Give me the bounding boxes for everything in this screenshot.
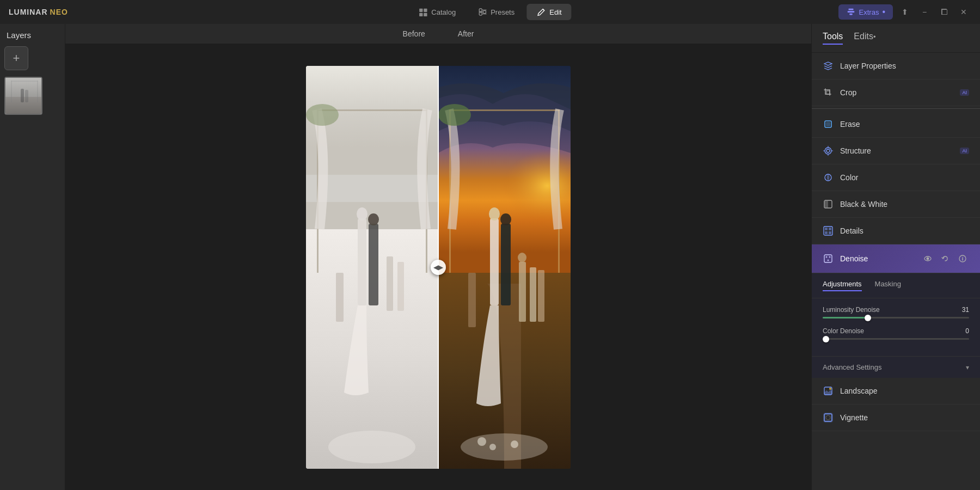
- svg-point-41: [438, 104, 471, 126]
- svg-point-82: [829, 388, 831, 390]
- extras-dot: •: [882, 7, 885, 17]
- svg-rect-16: [25, 90, 28, 102]
- luminosity-thumb[interactable]: [865, 315, 871, 321]
- svg-point-30: [368, 213, 379, 225]
- add-layer-button[interactable]: +: [4, 46, 28, 70]
- svg-point-34: [328, 431, 415, 463]
- share-button[interactable]: ⬆: [897, 4, 912, 20]
- svg-point-43: [489, 207, 500, 220]
- crop-icon: [823, 87, 834, 98]
- denoise-undo-btn[interactable]: [939, 252, 952, 265]
- advanced-settings[interactable]: Advanced Settings ▾: [812, 356, 980, 378]
- close-button[interactable]: ✕: [956, 4, 971, 20]
- svg-point-73: [826, 256, 828, 258]
- chevron-down-icon: ▾: [966, 364, 969, 371]
- details-icon: [823, 225, 834, 236]
- svg-rect-72: [824, 255, 832, 262]
- svg-point-26: [306, 104, 339, 126]
- black-white-icon: [823, 199, 834, 210]
- svg-rect-42: [490, 218, 499, 305]
- crop-ai-badge: AI: [960, 89, 969, 96]
- app-logo: LUMINAR NEO: [9, 8, 68, 16]
- tools-panel: Tools Edits• Layer Properties: [811, 24, 980, 490]
- landscape-icon: [823, 385, 834, 396]
- denoise-tabs: Adjustments Masking: [812, 273, 980, 298]
- svg-point-51: [461, 433, 548, 461]
- luminosity-fill: [823, 317, 868, 318]
- layer-thumb-image: [5, 78, 41, 114]
- tool-erase[interactable]: Erase: [812, 111, 980, 138]
- nav-edit[interactable]: Edit: [526, 4, 571, 20]
- svg-rect-18: [37, 81, 38, 102]
- maximize-button[interactable]: ⧠: [936, 4, 952, 20]
- minimize-button[interactable]: −: [917, 4, 932, 20]
- before-image: [306, 66, 438, 469]
- layers-panel: Layers +: [0, 24, 65, 490]
- tool-erase-label: Erase: [840, 120, 969, 128]
- denoise-tab-masking[interactable]: Masking: [875, 280, 901, 291]
- main-content: Layers +: [0, 24, 980, 490]
- svg-point-6: [479, 13, 482, 15]
- nav-tabs: Catalog Presets Edit: [408, 4, 571, 20]
- color-icon: [823, 172, 834, 183]
- tool-layer-properties[interactable]: Layer Properties: [812, 53, 980, 79]
- tool-structure-label: Structure: [840, 146, 952, 155]
- split-handle[interactable]: ◀▶: [431, 260, 446, 275]
- svg-rect-13: [5, 78, 42, 115]
- tool-details-label: Details: [840, 226, 969, 235]
- svg-rect-11: [849, 14, 852, 15]
- after-label: After: [458, 29, 474, 38]
- svg-rect-66: [824, 200, 828, 208]
- slider-section: Luminosity Denoise 31 Color Denoise 0: [812, 298, 980, 356]
- color-denoise-thumb[interactable]: [823, 336, 829, 342]
- svg-point-59: [826, 149, 830, 152]
- tool-denoise[interactable]: Denoise: [812, 244, 980, 273]
- tool-black-white-label: Black & White: [840, 200, 969, 209]
- tool-layer-properties-label: Layer Properties: [840, 62, 969, 70]
- svg-rect-14: [5, 97, 42, 115]
- tool-crop[interactable]: Crop AI: [812, 79, 980, 106]
- svg-rect-85: [824, 414, 832, 421]
- vignette-icon: [823, 412, 834, 423]
- svg-point-74: [829, 256, 831, 258]
- tool-structure[interactable]: Structure AI: [812, 138, 980, 164]
- logo-neo: NEO: [50, 8, 68, 16]
- svg-rect-32: [397, 262, 404, 311]
- svg-rect-12: [848, 9, 853, 10]
- denoise-tab-adjustments[interactable]: Adjustments: [823, 280, 862, 291]
- nav-presets[interactable]: Presets: [468, 4, 524, 20]
- denoise-icon: [823, 253, 834, 264]
- titlebar: LUMINAR NEO Catalog Presets: [0, 0, 980, 24]
- nav-catalog[interactable]: Catalog: [408, 4, 465, 20]
- logo-luminar: LUMINAR: [9, 8, 48, 16]
- layer-thumbnail[interactable]: [4, 77, 42, 115]
- svg-rect-17: [11, 81, 12, 102]
- tool-black-white[interactable]: Black & White: [812, 191, 980, 218]
- svg-rect-27: [358, 218, 366, 305]
- titlebar-right: Extras • ⬆ − ⧠ ✕: [838, 4, 971, 20]
- svg-rect-15: [21, 89, 24, 102]
- svg-rect-19: [11, 81, 38, 82]
- denoise-visibility-btn[interactable]: [921, 252, 934, 265]
- svg-point-45: [500, 213, 511, 225]
- svg-rect-3: [424, 13, 427, 16]
- tab-tools[interactable]: Tools: [823, 32, 843, 45]
- tool-landscape[interactable]: Landscape: [812, 378, 980, 405]
- tab-edits[interactable]: Edits•: [854, 32, 875, 45]
- tool-denoise-label: Denoise: [840, 254, 915, 263]
- svg-point-4: [479, 9, 482, 11]
- denoise-info-btn[interactable]: [956, 252, 969, 265]
- svg-rect-70: [825, 231, 828, 234]
- svg-point-58: [825, 148, 831, 154]
- structure-ai-badge: AI: [960, 148, 969, 154]
- luminosity-slider[interactable]: [823, 317, 969, 318]
- denoise-panel: Adjustments Masking Luminosity Denoise 3…: [812, 273, 980, 378]
- luminosity-value: 31: [962, 306, 969, 314]
- svg-point-53: [489, 444, 496, 450]
- tool-vignette[interactable]: Vignette: [812, 405, 980, 431]
- tool-color[interactable]: Color: [812, 164, 980, 191]
- before-after-bar: Before After: [65, 24, 811, 44]
- extras-button[interactable]: Extras •: [838, 4, 893, 20]
- tool-details[interactable]: Details: [812, 218, 980, 244]
- color-denoise-slider[interactable]: [823, 338, 969, 340]
